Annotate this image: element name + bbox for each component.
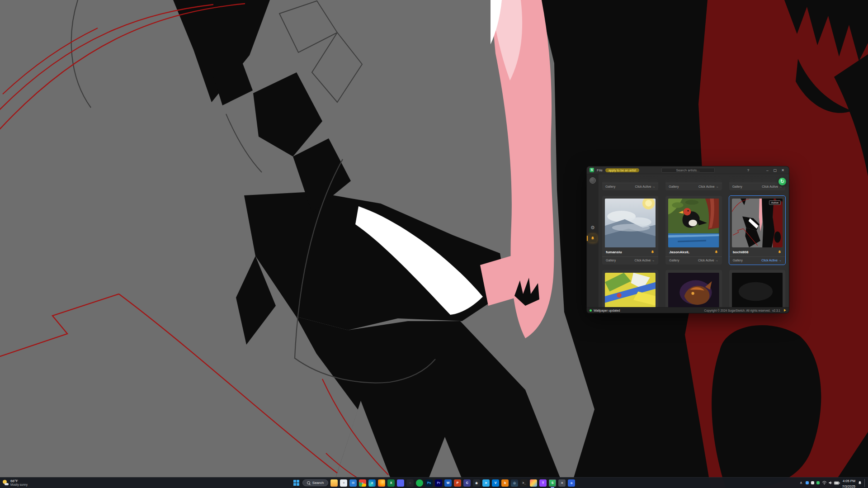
click-active-link[interactable]: Click Active →	[698, 185, 719, 188]
word-icon[interactable]: W	[444, 479, 452, 487]
artist-card[interactable]	[729, 270, 785, 307]
artist-thumbnail[interactable]	[732, 273, 783, 307]
show-desktop-button[interactable]	[864, 479, 866, 487]
file-menu[interactable]: File	[597, 168, 603, 172]
artist-name: bochi808	[733, 250, 749, 254]
click-active-link[interactable]: Click Active →	[635, 185, 656, 188]
notification-bell-icon[interactable]	[651, 250, 655, 254]
artist-name: fumansiu	[606, 250, 622, 254]
gallery-link[interactable]: Gallery	[733, 259, 743, 262]
settings-gear-icon[interactable]: ⚙	[590, 225, 595, 230]
artist-card-bochi808[interactable]: Active	[729, 196, 785, 265]
status-dot-icon	[590, 309, 592, 312]
telegram-icon[interactable]: ➤	[482, 479, 490, 487]
sidebar-rail: ⚙	[587, 174, 599, 307]
gallery-link[interactable]: Gallery	[669, 259, 679, 262]
copyright-text: Copyright © 2024 SugarSketch. All rights…	[704, 309, 771, 312]
click-active-link[interactable]: Click Active →	[698, 259, 718, 262]
artist-thumbnail[interactable]	[668, 273, 719, 307]
artist-card[interactable]	[602, 270, 658, 307]
gallery-link[interactable]: Gallery	[732, 185, 742, 188]
powerpoint-icon[interactable]: P	[454, 479, 461, 487]
artist-card[interactable]	[665, 270, 722, 307]
volume-icon	[828, 481, 833, 485]
weather-widget[interactable]: 66°F Mostly sunny	[3, 479, 28, 487]
artist-thumbnail[interactable]	[668, 199, 719, 247]
refresh-button[interactable]: ↻	[778, 178, 786, 185]
taskbar-search[interactable]: Search	[302, 479, 328, 486]
clock[interactable]: 4:05 PM 7/3/2025	[842, 478, 855, 488]
gallery-link[interactable]: Gallery	[669, 185, 679, 188]
profile-avatar[interactable]	[590, 177, 596, 184]
sugarsketch-icon[interactable]: S	[549, 479, 556, 487]
click-active-link[interactable]: Click Active →	[635, 259, 655, 262]
tray-overflow-chevron-icon[interactable]: ∧	[799, 481, 803, 485]
notification-bell-icon[interactable]	[778, 250, 782, 254]
network-volume-battery[interactable]	[822, 481, 840, 485]
minimize-button[interactable]: –	[764, 168, 771, 172]
firefox-icon[interactable]	[378, 479, 385, 487]
edge-icon[interactable]: e	[368, 479, 376, 487]
app-logo-icon: S	[590, 168, 594, 172]
mail-icon[interactable]: ✉	[349, 479, 357, 487]
search-artists-input[interactable]	[661, 168, 715, 173]
artist-card[interactable]: Gallery Click Active →	[729, 176, 785, 190]
clip-studio-icon[interactable]: C	[463, 479, 471, 487]
help-button[interactable]: ?	[745, 168, 751, 172]
blender-icon[interactable]: b	[501, 479, 509, 487]
window-titlebar[interactable]: S File apply to be an artist ? – ▢ ✕	[587, 166, 789, 174]
active-badge: Active	[769, 200, 781, 205]
taskbar: 66°F Mostly sunny Search ≡✉●eX◌PsPrWPC◉➤…	[0, 477, 868, 488]
click-active-link[interactable]: Click Active →	[762, 185, 782, 188]
search-icon	[307, 481, 311, 485]
twitch-icon[interactable]: T	[539, 479, 547, 487]
tray-icon-1[interactable]	[806, 481, 809, 484]
clock-time: 4:05 PM	[843, 479, 855, 483]
clock-date: 7/3/2025	[842, 484, 855, 488]
gallery-row-bottom	[602, 270, 785, 307]
notepad-icon[interactable]: ≡	[340, 479, 347, 487]
discord-icon[interactable]	[397, 479, 404, 487]
artist-thumbnail	[729, 176, 785, 183]
sugarsketch-window: S File apply to be an artist ? – ▢ ✕ ⚙ ↻	[587, 166, 789, 313]
steam-icon[interactable]: ◎	[511, 479, 518, 487]
start-button[interactable]	[293, 479, 300, 487]
window-statusbar: Wallpaper updated Copyright © 2024 Sugar…	[587, 307, 789, 313]
search-label: Search	[312, 481, 324, 485]
spotify-icon[interactable]	[416, 479, 423, 487]
artist-card[interactable]: Gallery Click Active →	[602, 176, 658, 190]
obs-icon[interactable]: ◌	[406, 479, 414, 487]
notification-bell-icon[interactable]	[714, 250, 718, 254]
artist-card-fumansiu[interactable]: fumansiu Gallery Click Active →	[602, 196, 658, 265]
terminal-icon[interactable]: >_	[520, 479, 528, 487]
click-active-link[interactable]: Click Active →	[761, 259, 782, 262]
photoshop-icon[interactable]: Ps	[425, 479, 433, 487]
notifications-tab[interactable]	[589, 234, 597, 242]
excel-icon[interactable]: X	[387, 479, 395, 487]
calculator-icon[interactable]: =	[558, 479, 566, 487]
expand-indicator-icon[interactable]	[784, 309, 786, 312]
windows-logo-icon	[293, 480, 299, 486]
artist-thumbnail[interactable]	[732, 199, 783, 247]
paint-icon[interactable]	[530, 479, 537, 487]
github-icon[interactable]: ◉	[473, 479, 480, 487]
file-explorer-icon[interactable]	[330, 479, 338, 487]
artist-card[interactable]: Gallery Click Active →	[665, 176, 722, 190]
premiere-icon[interactable]: Pr	[435, 479, 442, 487]
gallery-link[interactable]: Gallery	[606, 259, 616, 262]
photos-icon[interactable]: ◆	[568, 479, 575, 487]
artist-gallery: ↻ Gallery Click Active → Gallery Click A…	[599, 174, 789, 307]
notifications-bell-icon[interactable]	[858, 481, 862, 485]
maximize-button[interactable]: ▢	[772, 168, 778, 172]
tray-icon-3[interactable]	[816, 481, 820, 484]
artist-thumbnail[interactable]	[605, 199, 656, 247]
chrome-icon[interactable]: ●	[359, 479, 366, 487]
apply-artist-button[interactable]: apply to be an artist	[605, 168, 639, 172]
gallery-link[interactable]: Gallery	[605, 185, 615, 188]
vscode-icon[interactable]: V	[492, 479, 499, 487]
weather-sun-cloud-icon	[3, 480, 9, 486]
artist-thumbnail[interactable]	[605, 273, 656, 307]
tray-icon-2[interactable]	[811, 481, 814, 484]
artist-card-jasonaksil[interactable]: JasonAksiL Gallery Click Active →	[665, 196, 722, 265]
close-button[interactable]: ✕	[779, 168, 786, 172]
